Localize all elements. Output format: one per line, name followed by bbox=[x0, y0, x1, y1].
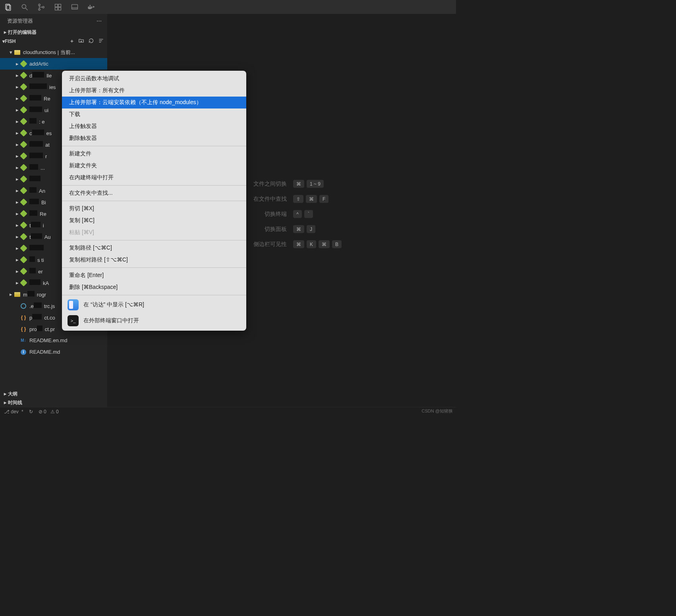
extensions-icon[interactable] bbox=[52, 2, 64, 13]
context-menu-item[interactable]: 剪切 [⌘X] bbox=[62, 203, 246, 215]
package-icon bbox=[20, 199, 27, 206]
timeline-section[interactable]: ▸ 时间线 bbox=[0, 398, 107, 407]
kbd-key: ⌘ bbox=[293, 180, 304, 188]
package-icon bbox=[20, 176, 27, 183]
context-menu-item[interactable]: 上传并部署：所有文件 bbox=[62, 85, 246, 97]
tree-item-label: pct.co bbox=[29, 314, 55, 321]
chevron-right-icon: ▸ bbox=[14, 118, 20, 124]
new-folder-icon[interactable] bbox=[78, 38, 84, 45]
tree-item-label: ies bbox=[29, 83, 56, 90]
context-menu-item[interactable]: 新建文件夹 bbox=[62, 160, 246, 172]
tree-item[interactable]: M↓README.en.md bbox=[0, 335, 107, 346]
package-icon bbox=[20, 72, 27, 79]
branch-icon: ⎇ bbox=[4, 409, 10, 415]
chevron-right-icon: ▸ bbox=[14, 234, 20, 240]
finder-icon bbox=[68, 299, 79, 310]
sync-icon[interactable]: ↻ bbox=[29, 409, 33, 415]
menu-label: 在外部终端窗口中打开 bbox=[83, 317, 139, 324]
separator bbox=[62, 240, 246, 240]
svg-rect-8 bbox=[58, 4, 61, 7]
warning-icon: ⚠ bbox=[50, 409, 55, 415]
context-menu-item[interactable]: 删除 [⌘Backspace] bbox=[62, 281, 246, 293]
chevron-right-icon: ▸ bbox=[14, 61, 20, 67]
open-editors-label: 打开的编辑器 bbox=[8, 29, 37, 36]
project-section[interactable]: ▾ FISH ＋ bbox=[0, 37, 107, 46]
package-icon bbox=[20, 95, 27, 102]
chevron-right-icon: ▸ bbox=[14, 130, 20, 136]
refresh-icon[interactable] bbox=[88, 38, 94, 45]
menu-label: 在 “访达” 中显示 [⌥⌘R] bbox=[83, 301, 144, 308]
package-icon bbox=[20, 118, 27, 125]
context-menu-item[interactable]: 复制相对路径 [⇧⌥⌘C] bbox=[62, 254, 246, 266]
context-menu-item[interactable]: 开启云函数本地调试 bbox=[62, 73, 246, 85]
layout-icon[interactable] bbox=[69, 2, 80, 13]
source-control-icon[interactable] bbox=[36, 2, 47, 13]
new-file-icon[interactable]: ＋ bbox=[70, 38, 74, 45]
kbd-key: ^ bbox=[293, 210, 302, 218]
svg-point-2 bbox=[22, 4, 26, 8]
tree-item[interactable]: ▾cloudfunctions | 当前... bbox=[0, 46, 107, 58]
context-menu-item[interactable]: 新建文件 bbox=[62, 148, 246, 160]
svg-line-3 bbox=[26, 8, 28, 10]
kbd-key: J bbox=[307, 225, 315, 233]
timeline-label: 时间线 bbox=[8, 399, 22, 406]
tree-item[interactable]: iREADME.md bbox=[0, 346, 107, 358]
context-menu-item[interactable]: >_在外部终端窗口中打开 bbox=[62, 313, 246, 329]
tree-item-label bbox=[29, 176, 43, 182]
context-menu-item[interactable]: 在内建终端中打开 bbox=[62, 172, 246, 184]
svg-rect-16 bbox=[89, 5, 91, 6]
context-menu-item[interactable]: 重命名 [Enter] bbox=[62, 269, 246, 281]
tree-item-label: tAu bbox=[29, 233, 51, 240]
outline-label: 大纲 bbox=[8, 391, 17, 397]
collapse-icon[interactable] bbox=[98, 38, 104, 45]
tree-item-label: proct.pr bbox=[29, 325, 55, 332]
tree-item-label: : e bbox=[29, 118, 44, 125]
chevron-right-icon: ▸ bbox=[2, 400, 8, 405]
search-icon[interactable] bbox=[19, 2, 30, 13]
tree-item-label: s ti bbox=[29, 256, 44, 263]
context-menu-item[interactable]: 在 “访达” 中显示 [⌥⌘R] bbox=[62, 297, 246, 313]
context-menu-item[interactable]: 删除触发器 bbox=[62, 132, 246, 144]
context-menu-item[interactable]: 复制 [⌘C] bbox=[62, 215, 246, 227]
explorer-icon[interactable] bbox=[2, 2, 14, 13]
chevron-right-icon: ▸ bbox=[14, 222, 20, 228]
separator bbox=[62, 146, 246, 146]
chevron-right-icon: ▸ bbox=[14, 257, 20, 263]
context-menu-item[interactable]: 上传触发器 bbox=[62, 120, 246, 132]
kbd-key: ⌘ bbox=[293, 240, 304, 248]
package-icon bbox=[20, 107, 27, 114]
package-icon bbox=[20, 153, 27, 160]
package-icon bbox=[20, 130, 27, 137]
chevron-right-icon: ▸ bbox=[14, 165, 20, 170]
context-menu-item[interactable]: 复制路径 [⌥⌘C] bbox=[62, 242, 246, 254]
tree-item-label: cloudfunctions | 当前... bbox=[23, 49, 75, 56]
separator bbox=[62, 201, 246, 201]
open-editors-section[interactable]: ▸ 打开的编辑器 bbox=[0, 28, 107, 37]
tree-item-label: er bbox=[29, 268, 43, 275]
watermark: CSDN @知猪狭 bbox=[422, 408, 453, 414]
package-icon bbox=[20, 210, 27, 217]
svg-rect-15 bbox=[91, 6, 92, 8]
tree-item-label: An bbox=[29, 187, 45, 194]
context-menu-item[interactable]: 上传并部署：云端安装依赖（不上传 node_modules） bbox=[62, 97, 246, 108]
chevron-right-icon: ▸ bbox=[8, 291, 14, 297]
sidebar-title: 资源管理器 bbox=[7, 17, 33, 25]
chevron-right-icon: ▸ bbox=[14, 199, 20, 205]
svg-point-5 bbox=[39, 8, 40, 10]
kbd-key: K bbox=[307, 240, 316, 248]
chevron-right-icon: ▸ bbox=[2, 391, 8, 397]
tree-item-label: README.md bbox=[29, 349, 60, 355]
package-icon bbox=[20, 164, 27, 171]
tree-item[interactable]: ▸addArtic bbox=[0, 58, 107, 70]
branch-indicator[interactable]: ⎇ dev * bbox=[4, 409, 23, 415]
context-menu-item[interactable]: 在文件夹中查找... bbox=[62, 187, 246, 199]
status-bar: ⎇ dev * ↻ ⊘ 0 ⚠ 0 bbox=[0, 407, 456, 416]
json-icon: { } bbox=[20, 314, 27, 321]
folder-icon bbox=[14, 291, 21, 298]
problems-indicator[interactable]: ⊘ 0 ⚠ 0 bbox=[39, 409, 59, 415]
chevron-right-icon: ▸ bbox=[14, 107, 20, 113]
context-menu-item[interactable]: 下载 bbox=[62, 108, 246, 120]
outline-section[interactable]: ▸ 大纲 bbox=[0, 389, 107, 398]
docker-icon[interactable] bbox=[86, 2, 97, 13]
more-actions-icon[interactable]: ⋯ bbox=[97, 18, 102, 24]
